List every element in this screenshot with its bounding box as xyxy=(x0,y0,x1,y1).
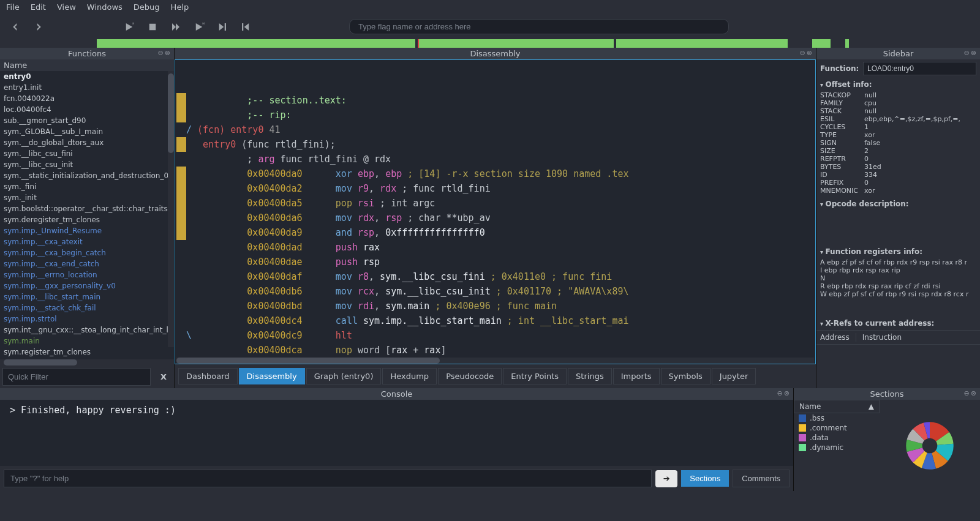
comments-button[interactable]: Comments xyxy=(733,470,790,487)
function-item[interactable]: sym.imp.__libc_start_main xyxy=(4,291,174,302)
menu-view[interactable]: View xyxy=(57,2,76,12)
function-input[interactable] xyxy=(863,62,976,75)
function-item[interactable]: sym._init xyxy=(4,192,174,203)
function-item[interactable]: sym.imp.__gxx_personality_v0 xyxy=(4,280,174,291)
function-item[interactable]: sub.__gmon_start_d90 xyxy=(4,115,174,126)
section-row[interactable]: .comment xyxy=(794,423,880,433)
tab-pseudocode[interactable]: Pseudocode xyxy=(438,368,502,384)
scrollbar-vertical[interactable] xyxy=(168,71,174,347)
skip-icon[interactable] xyxy=(217,21,228,32)
function-item[interactable]: sym.imp.strtol xyxy=(4,313,174,324)
xrefs-col-instruction[interactable]: Instruction xyxy=(862,333,908,342)
functions-column-header[interactable]: Name xyxy=(0,59,174,71)
section-row[interactable]: .dynamic xyxy=(794,443,880,452)
close-icon[interactable]: ⊗ xyxy=(971,389,976,397)
function-item[interactable]: sym.__libc_csu_init xyxy=(4,159,174,170)
disasm-line[interactable]: ;-- rip: xyxy=(176,108,814,122)
function-item[interactable]: loc.00400fc4 xyxy=(4,104,174,115)
menu-debug[interactable]: Debug xyxy=(134,2,160,12)
function-item[interactable]: sym.imp._Unwind_Resume xyxy=(4,225,174,236)
tab-symbols[interactable]: Symbols xyxy=(661,368,710,384)
back-icon[interactable] xyxy=(10,21,21,32)
quick-filter-input[interactable] xyxy=(2,368,151,386)
tab-strings[interactable]: Strings xyxy=(568,368,612,384)
tab-hexdump[interactable]: Hexdump xyxy=(382,368,437,384)
function-item[interactable]: sym.__libc_csu_fini xyxy=(4,148,174,159)
function-item[interactable]: sym.imp.__cxa_end_catch xyxy=(4,258,174,269)
disasm-line[interactable]: 0x00400da6 mov rdx, rsp ; char **ubp_av xyxy=(176,211,814,225)
sort-icon[interactable]: ▲ xyxy=(869,402,874,411)
forward-icon[interactable] xyxy=(33,21,44,32)
disasm-line[interactable]: / (fcn) entry0 41 xyxy=(176,122,814,137)
disasm-line[interactable]: 0x00400da2 mov r9, rdx ; func rtld_fini xyxy=(176,181,814,196)
stop-icon[interactable] xyxy=(147,21,158,32)
section-row[interactable]: .data xyxy=(794,433,880,443)
disasm-line[interactable]: 0x00400dbd mov rdi, sym.main ; 0x400e96 … xyxy=(176,299,814,313)
function-item[interactable]: sym.int__gnu_cxx::__stoa_long_int_char_i… xyxy=(4,324,174,335)
scrollbar-horizontal[interactable] xyxy=(176,358,814,364)
sections-button[interactable]: Sections xyxy=(681,470,729,487)
tab-graph-entry0-[interactable]: Graph (entry0) xyxy=(306,368,382,384)
sections-column-header[interactable]: Name▲ xyxy=(794,400,880,413)
close-icon[interactable]: ⊗ xyxy=(784,389,790,397)
disasm-line[interactable]: ; arg func rtld_fini @ rdx xyxy=(176,152,814,167)
disasm-line[interactable]: ;-- section..text: xyxy=(176,93,814,108)
function-item[interactable]: sym.__do_global_dtors_aux xyxy=(4,137,174,148)
menu-edit[interactable]: Edit xyxy=(31,2,46,12)
function-item[interactable]: sym._fini xyxy=(4,181,174,192)
function-item[interactable]: sym.imp.__errno_location xyxy=(4,269,174,280)
tab-entry-points[interactable]: Entry Points xyxy=(503,368,567,384)
console-input[interactable] xyxy=(4,470,652,487)
minimize-icon[interactable]: ⊖ xyxy=(158,49,164,57)
disasm-line[interactable]: 0x00400dad push rax xyxy=(176,240,814,255)
section-row[interactable]: .bss xyxy=(794,413,880,423)
close-icon[interactable]: ⊗ xyxy=(165,49,170,57)
disasm-line[interactable]: 0x00400daf mov r8, sym.__libc_csu_fini ;… xyxy=(176,269,814,284)
tab-disassembly[interactable]: Disassembly xyxy=(239,368,305,384)
offset-info-header[interactable]: Offset info: xyxy=(816,78,980,91)
function-item[interactable]: sym.main xyxy=(4,335,174,347)
disasm-line[interactable]: entry0 (func rtld_fini); xyxy=(176,137,814,152)
minimize-icon[interactable]: ⊖ xyxy=(964,389,970,397)
tab-imports[interactable]: Imports xyxy=(613,368,660,384)
minimize-icon[interactable]: ⊖ xyxy=(964,49,970,57)
menu-file[interactable]: File xyxy=(6,2,20,12)
disasm-line[interactable]: 0x00400dae push rsp xyxy=(176,255,814,269)
play-e-icon[interactable]: E xyxy=(124,21,135,32)
disasm-line[interactable]: 0x00400da0 xor ebp, ebp ; [14] -r-x sect… xyxy=(176,167,814,181)
minimize-icon[interactable]: ⊖ xyxy=(777,389,783,397)
function-item[interactable]: sym.imp.__cxa_atexit xyxy=(4,236,174,247)
disassembly-view[interactable]: ;-- section..text: ;-- rip: / (fcn) entr… xyxy=(175,59,816,364)
close-icon[interactable]: ⊗ xyxy=(971,49,976,57)
menu-help[interactable]: Help xyxy=(171,2,189,12)
console-send-button[interactable]: ➔ xyxy=(655,470,677,487)
play-m-icon[interactable]: M xyxy=(194,21,205,32)
tab-jupyter[interactable]: Jupyter xyxy=(712,368,756,384)
minimize-icon[interactable]: ⊖ xyxy=(800,49,805,57)
function-item[interactable]: entry0 xyxy=(4,71,174,82)
xrefs-header[interactable]: X-Refs to current address: xyxy=(816,317,980,330)
function-item[interactable]: sym.imp.__cxa_begin_catch xyxy=(4,247,174,258)
menu-windows[interactable]: Windows xyxy=(87,2,123,12)
xrefs-col-address[interactable]: Address xyxy=(820,333,856,342)
disasm-line[interactable]: 0x00400dca nop word [rax + rax] xyxy=(176,343,814,358)
disasm-line[interactable]: 0x00400db6 mov rcx, sym.__libc_csu_init … xyxy=(176,284,814,299)
disasm-line[interactable]: 0x00400da5 pop rsi ; int argc xyxy=(176,196,814,211)
close-icon[interactable]: ⊗ xyxy=(807,49,812,57)
tab-dashboard[interactable]: Dashboard xyxy=(178,368,238,384)
function-item[interactable]: entry1.init xyxy=(4,82,174,93)
disasm-line[interactable]: \ 0x00400dc9 hlt xyxy=(176,328,814,343)
disasm-line[interactable]: 0x00400dc4 call sym.imp.__libc_start_mai… xyxy=(176,313,814,328)
function-item[interactable]: sym.boolstd::operator__char_std::char_tr… xyxy=(4,203,174,214)
function-item[interactable]: fcn.0040022a xyxy=(4,93,174,104)
registers-header[interactable]: Function registers info: xyxy=(816,245,980,258)
function-item[interactable]: sym.__static_initialization_and_destruct… xyxy=(4,170,174,181)
opcode-desc-header[interactable]: Opcode description: xyxy=(816,197,980,211)
filter-clear-button[interactable]: X xyxy=(153,369,174,385)
scrollbar-horizontal[interactable] xyxy=(0,359,174,365)
function-item[interactable]: sym.deregister_tm_clones xyxy=(4,214,174,225)
disasm-line[interactable]: 0x00400da9 and rsp, 0xfffffffffffffff0 xyxy=(176,225,814,240)
address-input[interactable] xyxy=(349,19,729,34)
function-item[interactable]: sym.register_tm_clones xyxy=(4,347,174,358)
function-item[interactable]: sym.imp.__stack_chk_fail xyxy=(4,302,174,313)
